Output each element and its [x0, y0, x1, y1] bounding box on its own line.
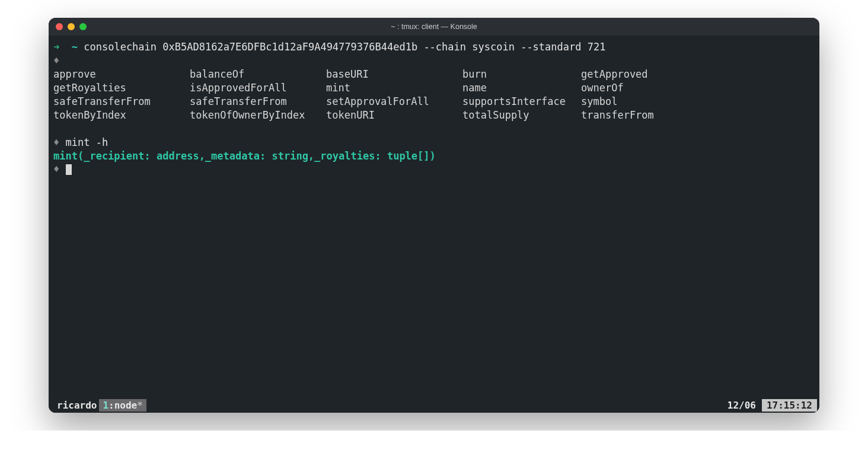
tab-sep: : — [108, 400, 114, 411]
completion-row-0: approve balanceOf baseURI burn getApprov… — [53, 68, 815, 81]
completion-item: tokenURI — [326, 109, 462, 122]
maximize-icon[interactable] — [79, 23, 87, 30]
status-time: 17:15:12 — [762, 399, 817, 412]
completion-item: baseURI — [326, 68, 462, 81]
close-icon[interactable] — [56, 23, 63, 30]
diamond-icon: ♦ — [53, 136, 59, 148]
prompt-current[interactable]: ♦ — [53, 162, 815, 176]
tmux-status-bar: ricardo 1:node* 12/06 17:15:12 — [49, 397, 819, 413]
cursor-icon — [66, 164, 72, 175]
titlebar: ~ : tmux: client — Konsole — [49, 18, 819, 36]
window-controls — [56, 23, 87, 30]
diamond-icon: ♦ — [53, 55, 59, 66]
help-output: mint(_recipient: address,_metadata: stri… — [53, 149, 815, 163]
completion-item: totalSupply — [462, 109, 581, 122]
minimize-icon[interactable] — [68, 23, 75, 30]
completion-item: getApproved — [581, 68, 717, 81]
completion-item: balanceOf — [190, 68, 326, 81]
completion-item: supportsInterface — [462, 95, 581, 109]
window-title: ~ : tmux: client — Konsole — [49, 23, 819, 31]
prompt-cwd: ~ — [72, 41, 78, 53]
tab-index: 1 — [103, 400, 108, 411]
completion-item: isApprovedForAll — [190, 81, 326, 95]
command-line-2: ♦ mint -h — [53, 136, 815, 149]
completion-row-2: safeTransferFrom safeTransferFrom setApp… — [53, 95, 815, 109]
prompt-diamond-1: ♦ — [53, 54, 815, 68]
completion-item: tokenByIndex — [53, 109, 190, 122]
completion-item: safeTransferFrom — [190, 95, 326, 109]
completion-item: tokenOfOwnerByIndex — [190, 109, 326, 122]
completion-item: name — [462, 81, 581, 95]
command-line-1: ➜ ~ consolechain 0xB5AD8162a7E6DFBc1d12a… — [53, 40, 815, 54]
completion-item: ownerOf — [581, 81, 717, 95]
completion-item: setApprovalForAll — [326, 95, 462, 109]
tab-name: node — [114, 400, 138, 411]
status-tab[interactable]: 1:node* — [99, 399, 146, 412]
completion-item: mint — [326, 81, 462, 95]
completion-item: transferFrom — [581, 109, 717, 122]
completion-item: approve — [53, 68, 190, 81]
status-date: 12/06 — [727, 400, 756, 411]
blank-line — [53, 122, 815, 136]
status-left: ricardo 1:node* — [57, 399, 146, 412]
command-2-text: mint -h — [66, 136, 108, 148]
terminal-body[interactable]: ➜ ~ consolechain 0xB5AD8162a7E6DFBc1d12a… — [49, 36, 819, 397]
completion-row-1: getRoyalties isApprovedForAll mint name … — [53, 81, 815, 95]
tab-active-mark: * — [137, 400, 143, 411]
session-name: ricardo — [57, 400, 97, 411]
terminal-window: ~ : tmux: client — Konsole ➜ ~ consolech… — [49, 18, 819, 413]
completion-item: safeTransferFrom — [53, 95, 190, 109]
command-1-text: consolechain 0xB5AD8162a7E6DFBc1d12aF9A4… — [84, 41, 605, 53]
prompt-arrow-icon: ➜ — [53, 41, 59, 53]
diamond-icon: ♦ — [53, 163, 59, 175]
completion-row-3: tokenByIndex tokenOfOwnerByIndex tokenUR… — [53, 109, 815, 122]
completion-item: burn — [462, 68, 581, 81]
completion-item: getRoyalties — [53, 81, 190, 95]
completion-item: symbol — [581, 95, 717, 109]
